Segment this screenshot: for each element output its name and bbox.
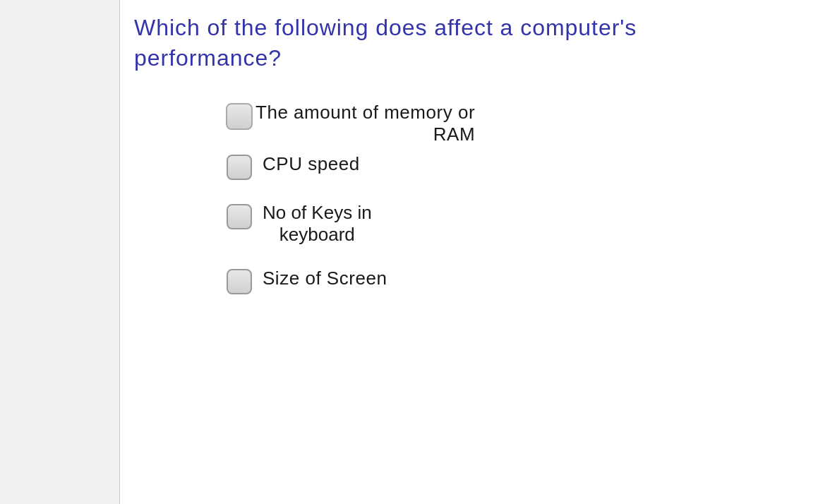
checkbox-2[interactable] (226, 154, 253, 181)
option-1-line2: RAM (255, 124, 475, 145)
option-2-label: CPU speed (263, 152, 360, 176)
option-1-line1: The amount of memory or (255, 102, 475, 124)
checkbox-3[interactable] (226, 203, 253, 230)
question-line2: performance? (134, 45, 282, 71)
option-item-2[interactable]: CPU speed (226, 152, 797, 181)
left-panel (0, 0, 120, 504)
checkbox-3-box[interactable] (227, 204, 252, 229)
checkbox-2-box[interactable] (227, 155, 252, 180)
option-3-text: No of Keys in keyboard (263, 202, 372, 246)
checkbox-4[interactable] (226, 268, 253, 295)
checkbox-1[interactable] (226, 103, 253, 130)
question-line1: Which of the following does affect a com… (134, 15, 637, 40)
question-text: Which of the following does affect a com… (134, 13, 797, 73)
option-1-text: The amount of memory or RAM (255, 102, 475, 145)
option-4-label: Size of Screen (263, 267, 387, 291)
option-item-4[interactable]: Size of Screen (226, 267, 797, 295)
option-item-1[interactable]: The amount of memory or RAM (226, 102, 797, 145)
options-container: The amount of memory or RAM CPU speed No… (226, 102, 797, 316)
option-item-3[interactable]: No of Keys in keyboard (226, 202, 797, 246)
main-content: Which of the following does affect a com… (120, 0, 818, 504)
checkbox-4-box[interactable] (227, 269, 252, 294)
option-3-line2: keyboard (279, 224, 355, 246)
option-3-line1: No of Keys in (263, 202, 372, 224)
